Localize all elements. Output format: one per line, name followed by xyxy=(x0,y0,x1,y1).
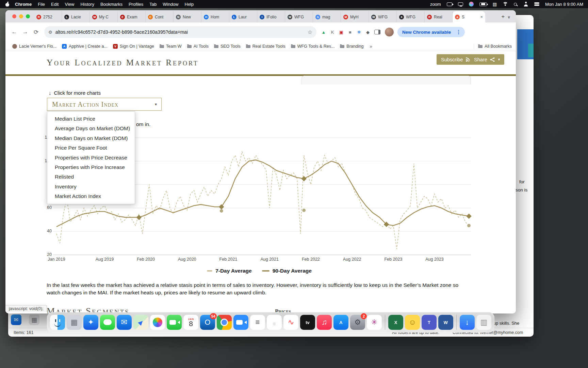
teams-dock-icon[interactable]: T xyxy=(422,315,437,330)
browser-tab[interactable]: N New xyxy=(174,12,201,22)
safari-dock-icon[interactable]: ✦ xyxy=(83,315,98,330)
trash-dock-icon[interactable]: ▥ xyxy=(476,315,491,330)
maps-dock-icon[interactable]: ► xyxy=(133,315,148,330)
battery-icon[interactable] xyxy=(479,2,487,6)
menubar-item-file[interactable]: File xyxy=(35,2,48,7)
calendar-dock-icon[interactable]: JAN8 xyxy=(183,315,198,330)
puzzle-icon[interactable]: ◆ xyxy=(363,28,372,36)
zoom-dock-icon[interactable] xyxy=(233,315,248,330)
excel-dock-icon[interactable]: X xyxy=(388,315,403,330)
menubar-item-profiles[interactable]: Profiles xyxy=(126,2,146,7)
reload-button[interactable]: ⟳ xyxy=(31,27,42,37)
bookmark-item[interactable]: SEO Tools xyxy=(211,43,243,50)
apple-tv-dock-icon[interactable]: tv xyxy=(300,315,315,330)
messages-dock-icon[interactable] xyxy=(100,315,115,330)
browser-tab[interactable]: R 2752 xyxy=(34,12,62,22)
snowflake-extension-icon[interactable]: ❄ xyxy=(355,28,363,36)
tab-search-chevron-icon[interactable]: ∨ xyxy=(507,15,510,19)
bookmark-star-icon[interactable]: ☆ xyxy=(308,29,312,35)
apple-icon[interactable] xyxy=(5,2,9,6)
red-extension-icon[interactable]: ▣ xyxy=(337,28,346,36)
url-text[interactable]: altos.re/r/c94c6572-d7d3-4952-b898-5ace2… xyxy=(55,29,305,35)
notes-dock-icon[interactable]: ≡ xyxy=(267,315,282,330)
chart-selector-dropdown[interactable]: Market Action Index ▾ xyxy=(47,98,162,111)
tab-close-icon[interactable]: × xyxy=(480,14,483,19)
browser-tab[interactable]: a S × xyxy=(453,11,485,22)
new-tab-button[interactable]: + xyxy=(499,12,507,21)
zoom-window-button[interactable] xyxy=(26,14,30,18)
back-button[interactable]: ← xyxy=(9,27,20,37)
dropdown-menu-item[interactable]: Market Action Index xyxy=(47,191,135,201)
close-window-button[interactable] xyxy=(12,14,16,18)
bookmark-item[interactable]: Branding xyxy=(337,43,366,50)
zoom-menubar-label[interactable]: zoom xyxy=(430,2,441,7)
bookmark-item[interactable]: AI Tools xyxy=(184,43,211,50)
browser-tab[interactable]: W WFG xyxy=(285,12,313,22)
reminders-dock-icon[interactable]: ≡ xyxy=(250,315,265,330)
siri-icon[interactable] xyxy=(469,2,474,6)
slack-dock-icon[interactable]: ✳ xyxy=(367,315,382,330)
menubar-app-name[interactable]: Chrome xyxy=(12,2,35,7)
browser-tab[interactable]: R Real xyxy=(425,12,453,22)
share-button[interactable]: Share ▾ xyxy=(470,54,504,65)
dropdown-menu-item[interactable]: Median List Price xyxy=(47,114,135,124)
browser-tab[interactable]: M MyH xyxy=(341,12,369,22)
drive-extension-icon[interactable]: ▲ xyxy=(319,28,328,36)
bookmark-item[interactable]: V Sign On | Vantage xyxy=(110,43,157,50)
site-settings-icon[interactable]: ⚙ xyxy=(48,30,52,35)
side-panel-icon[interactable] xyxy=(374,30,380,34)
browser-tab[interactable]: L Lacie xyxy=(62,12,90,22)
minimize-window-button[interactable] xyxy=(19,14,23,18)
bookmark-item[interactable]: WFG Tools & Res... xyxy=(288,43,338,50)
bookmark-item[interactable]: Real Estate Tools xyxy=(243,43,288,50)
dropdown-menu-item[interactable]: Median Days on Market (DOM) xyxy=(47,134,135,143)
system-settings-dock-icon[interactable]: ⚙2 xyxy=(350,315,365,330)
chrome-update-button[interactable]: New Chrome available ⋮ xyxy=(397,27,465,37)
outlook-dock-icon[interactable]: O54 xyxy=(200,315,215,330)
profile-avatar[interactable] xyxy=(385,28,394,36)
music-dock-icon[interactable]: ♫ xyxy=(317,315,332,330)
finder-dock-icon[interactable] xyxy=(50,315,65,330)
browser-tab[interactable]: E Exam xyxy=(118,12,146,22)
bookmark-item[interactable]: A Apphive | Create a... xyxy=(59,43,110,50)
bookmark-item[interactable]: Team W xyxy=(157,43,184,50)
menubar-item-window[interactable]: Window xyxy=(160,2,181,7)
spotlight-icon[interactable] xyxy=(514,3,517,6)
display-icon[interactable] xyxy=(458,2,463,6)
dropdown-menu-item[interactable]: Price Per Square Foot xyxy=(47,143,135,153)
dropdown-menu-item[interactable]: Average Days on Market (DOM) xyxy=(47,124,135,133)
photos-dock-icon[interactable] xyxy=(150,315,165,330)
browser-tab[interactable]: L Laur xyxy=(229,12,257,22)
facetime-dock-icon[interactable] xyxy=(167,315,182,330)
browser-tab[interactable]: X WFG xyxy=(397,12,425,22)
mail-dock-icon[interactable]: ✉ xyxy=(117,315,132,330)
all-bookmarks-label[interactable]: All Bookmarks xyxy=(485,44,512,49)
dropdown-menu-item[interactable]: Properties with Price Increase xyxy=(47,163,135,172)
chrome-dock-icon[interactable] xyxy=(217,315,232,330)
fast-user-switch-icon[interactable] xyxy=(524,2,528,6)
yellow-app-dock-icon[interactable]: ☺ xyxy=(405,315,420,330)
browser-menu-icon[interactable]: ⋮ xyxy=(454,29,463,35)
k-extension-icon[interactable]: K xyxy=(328,28,337,36)
address-bar[interactable]: ⚙ altos.re/r/c94c6572-d7d3-4952-b898-5ac… xyxy=(44,26,316,38)
browser-tab[interactable]: I IFolio xyxy=(257,12,285,22)
app-store-dock-icon[interactable]: A xyxy=(333,315,348,330)
menubar-item-history[interactable]: History xyxy=(77,2,97,7)
dropdown-menu-item[interactable]: Properties with Price Decrease xyxy=(47,153,135,163)
browser-tab[interactable]: W WFG xyxy=(369,12,397,22)
menubar-item-tab[interactable]: Tab xyxy=(146,2,160,7)
browser-tab[interactable]: H Hom xyxy=(201,12,229,22)
voice-memos-dock-icon[interactable]: ∿ xyxy=(283,315,298,330)
menubar-item-edit[interactable]: Edit xyxy=(48,2,62,7)
menubar-item-bookmarks[interactable]: Bookmarks xyxy=(97,2,126,7)
browser-tab[interactable]: M My C xyxy=(90,12,118,22)
bookmarks-overflow-chevron[interactable]: » xyxy=(367,44,375,49)
menubar-item-help[interactable]: Help xyxy=(182,2,197,7)
bookmark-item[interactable]: Lacie Verner's Flo... xyxy=(10,43,59,50)
menubar-clock[interactable]: Mon Jan 8 9:00 AM xyxy=(545,2,583,7)
dropdown-menu-item[interactable]: Inventory xyxy=(47,182,135,191)
forward-button[interactable]: → xyxy=(20,27,31,37)
outlook-mail-icon[interactable]: ✉ xyxy=(11,315,21,325)
word-dock-icon[interactable]: W xyxy=(438,315,453,330)
camera-icon[interactable] xyxy=(447,2,452,6)
